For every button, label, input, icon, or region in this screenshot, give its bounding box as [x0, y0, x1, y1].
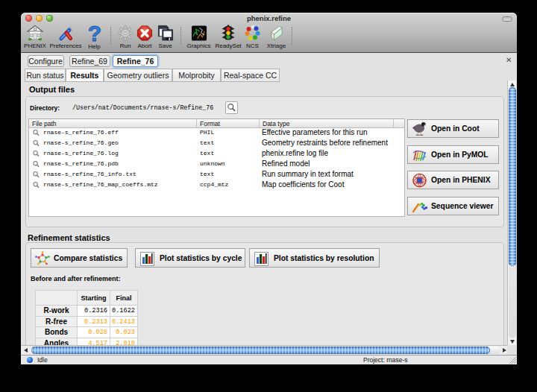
- svg-text:?: ?: [87, 25, 101, 42]
